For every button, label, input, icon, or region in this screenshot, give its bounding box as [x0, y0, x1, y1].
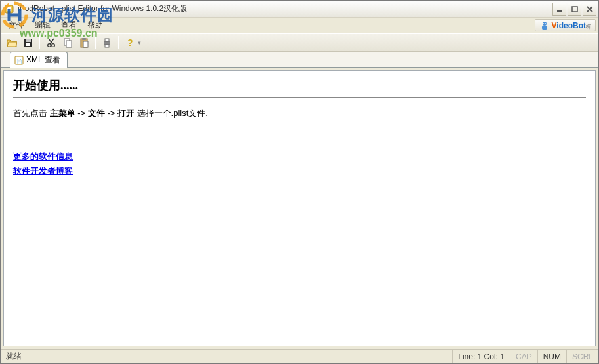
window-title: iPodRobot - plist Editor for Windows 1.0…: [18, 3, 552, 14]
svg-rect-7: [542, 26, 547, 30]
copy-button[interactable]: [60, 35, 75, 50]
content-area: 开始使用...... 首先点击 主菜单 -> 文件 -> 打开 选择一个.pli…: [3, 70, 596, 346]
link-dev-blog[interactable]: 软件开发者博客: [13, 164, 586, 178]
svg-rect-12: [26, 43, 30, 46]
status-ready: 就绪: [1, 350, 453, 363]
svg-text:📄: 📄: [16, 58, 22, 64]
intro-text: 首先点击 主菜单 -> 文件 -> 打开 选择一个.plist文件.: [13, 107, 586, 121]
maximize-button[interactable]: [568, 3, 581, 16]
help-dropdown-arrow[interactable]: ▾: [138, 39, 141, 46]
videobot-rest: ideoBot: [556, 21, 586, 30]
menu-help[interactable]: 帮助: [82, 18, 108, 33]
status-num: NUM: [538, 350, 567, 363]
open-button[interactable]: [5, 35, 19, 50]
videobot-banner[interactable]: VideoBot柯: [535, 19, 596, 31]
videobot-icon: [539, 20, 550, 31]
status-cap: CAP: [510, 350, 538, 363]
svg-rect-1: [7, 7, 11, 11]
cut-button[interactable]: [44, 35, 58, 50]
status-bar: 就绪 Line: 1 Col: 1 CAP NUM SCRL: [1, 349, 598, 363]
svg-point-14: [52, 44, 55, 47]
svg-rect-18: [66, 41, 72, 47]
toolbar: ? ▾: [1, 33, 598, 52]
svg-rect-23: [105, 39, 109, 41]
xml-tab-icon: 📄: [14, 56, 24, 65]
menu-file[interactable]: 文件: [3, 18, 30, 33]
svg-rect-24: [105, 45, 109, 47]
svg-rect-20: [82, 38, 86, 40]
videobot-sub: 柯: [586, 24, 591, 30]
title-bar: iPodRobot - plist Editor for Windows 1.0…: [1, 1, 598, 18]
toolbar-separator: [118, 36, 119, 49]
print-button[interactable]: [100, 35, 114, 50]
help-button[interactable]: ?: [123, 35, 137, 50]
link-more-info[interactable]: 更多的软件信息: [13, 150, 586, 164]
svg-point-13: [48, 44, 51, 47]
status-position: Line: 1 Col: 1: [453, 350, 510, 363]
svg-rect-3: [572, 7, 577, 12]
toolbar-separator: [39, 36, 40, 49]
menu-bar: 文件 编辑 查看 帮助 VideoBot柯: [1, 18, 598, 33]
paste-button[interactable]: [77, 35, 91, 50]
minimize-button[interactable]: [552, 3, 566, 16]
tab-strip: 📄 XML 查看: [1, 52, 598, 68]
content-heading: 开始使用......: [13, 77, 586, 93]
toolbar-separator: [95, 36, 96, 49]
svg-rect-21: [83, 41, 88, 47]
svg-point-9: [545, 23, 546, 24]
menu-edit[interactable]: 编辑: [30, 18, 56, 33]
status-scrl: SCRL: [567, 350, 598, 363]
close-button[interactable]: [583, 3, 596, 16]
svg-text:?: ?: [127, 37, 133, 48]
menu-view[interactable]: 查看: [56, 18, 82, 33]
content-divider: [13, 97, 586, 98]
tab-xml-view[interactable]: 📄 XML 查看: [10, 52, 68, 68]
save-button[interactable]: [21, 35, 35, 50]
tab-label: XML 查看: [26, 54, 60, 66]
svg-rect-11: [26, 39, 31, 42]
app-icon: [4, 4, 14, 14]
svg-point-8: [543, 23, 544, 24]
